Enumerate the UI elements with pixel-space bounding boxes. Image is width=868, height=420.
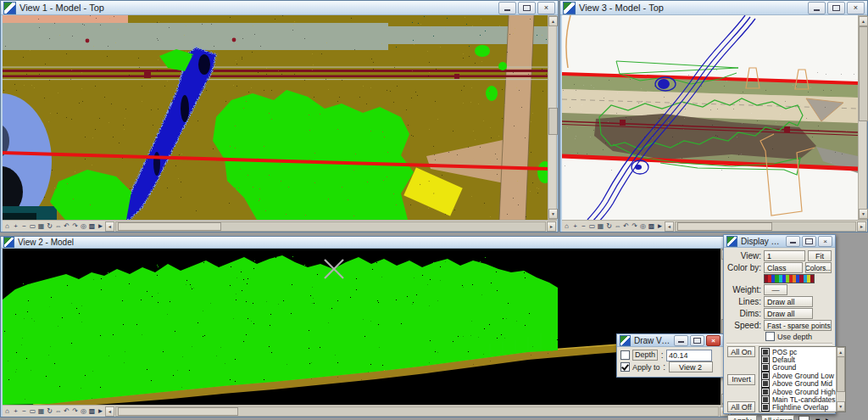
- apply-button[interactable]: Apply: [727, 415, 757, 420]
- zoom-out-icon[interactable]: −: [580, 221, 587, 231]
- scroll-down-icon[interactable]: ▼: [859, 209, 868, 219]
- scrollbar-thumb[interactable]: [118, 222, 221, 231]
- class-list-item[interactable]: Main TL-candidates: [760, 395, 836, 403]
- class-list-item[interactable]: Above Ground Mid: [760, 380, 836, 388]
- view-attributes-icon[interactable]: ⌂: [3, 406, 11, 416]
- view-select[interactable]: 1: [764, 250, 805, 261]
- rotate-view-icon[interactable]: ↻: [46, 406, 53, 416]
- view3-titlebar[interactable]: View 3 - Model - Top ×: [560, 1, 867, 15]
- view-more-icon[interactable]: ►: [97, 406, 104, 416]
- expand-down-icon[interactable]: ▼: [814, 417, 821, 420]
- view3-canvas[interactable]: [562, 15, 858, 220]
- view1-vertical-scrollbar[interactable]: ▲ ▼: [548, 15, 557, 220]
- view-previous-icon[interactable]: ↶: [622, 221, 630, 231]
- view1-canvas[interactable]: [3, 15, 548, 220]
- depth-checkbox[interactable]: [620, 350, 630, 360]
- zoom-in-icon[interactable]: +: [571, 221, 579, 231]
- dims-select[interactable]: Draw all: [764, 308, 813, 319]
- clip-volume-icon[interactable]: ▩: [88, 221, 96, 231]
- lines-select[interactable]: Draw all: [764, 296, 813, 307]
- pan-view-icon[interactable]: ⇔: [54, 221, 62, 231]
- window-area-icon[interactable]: ▭: [29, 406, 36, 416]
- zoom-in-icon[interactable]: +: [12, 221, 19, 231]
- scroll-right-icon[interactable]: ►: [857, 221, 866, 232]
- class-checkbox[interactable]: [761, 403, 770, 412]
- fit-view-icon[interactable]: ▦: [597, 221, 604, 231]
- close-icon[interactable]: ×: [818, 236, 832, 247]
- view3-vertical-scrollbar[interactable]: ▲ ▼: [858, 15, 867, 220]
- class-list-item[interactable]: Default: [760, 356, 836, 363]
- view2-canvas[interactable]: [3, 249, 721, 405]
- scroll-up-icon[interactable]: ▲: [548, 16, 558, 26]
- view-more-icon[interactable]: ►: [656, 221, 664, 231]
- view-more-icon[interactable]: ►: [97, 221, 104, 231]
- single-view-icon[interactable]: [798, 416, 810, 420]
- weight-select[interactable]: —: [764, 284, 787, 295]
- scroll-left-icon[interactable]: ◄: [105, 406, 114, 417]
- maximize-icon[interactable]: [827, 2, 845, 14]
- scroll-up-icon[interactable]: ▲: [859, 16, 868, 26]
- view-next-icon[interactable]: ↷: [71, 221, 79, 231]
- scrollbar-thumb[interactable]: [859, 26, 868, 121]
- window-area-icon[interactable]: ▭: [29, 221, 36, 231]
- draw-vertical-titlebar[interactable]: Draw Vertical ... ×: [617, 334, 723, 347]
- copy-view-icon[interactable]: ◎: [80, 406, 87, 416]
- invert-button[interactable]: Invert: [727, 374, 755, 385]
- maximize-icon[interactable]: [518, 2, 536, 14]
- depth-input[interactable]: 40.14: [666, 350, 712, 361]
- class-list-scrollbar[interactable]: ▲ ▼: [836, 347, 845, 412]
- class-list-item[interactable]: Ground: [760, 364, 836, 372]
- window-area-icon[interactable]: ▭: [588, 221, 596, 231]
- fit-view-icon[interactable]: ▦: [37, 406, 45, 416]
- class-list-item[interactable]: POS pc: [760, 348, 836, 356]
- rotate-view-icon[interactable]: ↻: [605, 221, 613, 231]
- minimize-icon[interactable]: [498, 2, 516, 14]
- scroll-left-icon[interactable]: ◄: [105, 221, 114, 232]
- use-depth-checkbox[interactable]: [765, 332, 775, 341]
- scroll-left-icon[interactable]: ◄: [665, 221, 674, 232]
- rotate-view-icon[interactable]: ↻: [46, 221, 53, 231]
- maximize-icon[interactable]: [802, 236, 816, 247]
- scroll-down-icon[interactable]: ▼: [548, 209, 558, 219]
- zoom-out-icon[interactable]: −: [20, 221, 28, 231]
- clip-volume-icon[interactable]: ▩: [648, 221, 655, 231]
- apply-to-checkbox[interactable]: [620, 362, 630, 372]
- close-icon[interactable]: ×: [537, 2, 555, 14]
- scrollbar-thumb[interactable]: [677, 222, 772, 231]
- minimize-icon[interactable]: [808, 2, 826, 14]
- expand-right-icon[interactable]: ▶: [826, 417, 832, 420]
- view-previous-icon[interactable]: ↶: [63, 221, 70, 231]
- zoom-in-icon[interactable]: +: [12, 406, 19, 416]
- zoom-out-icon[interactable]: −: [20, 406, 28, 416]
- maximize-icon[interactable]: [690, 335, 704, 346]
- pan-view-icon[interactable]: ⇔: [54, 406, 62, 416]
- fit-view-icon[interactable]: ▦: [37, 221, 45, 231]
- scroll-down-icon[interactable]: ▼: [837, 401, 845, 412]
- view1-horizontal-scrollbar[interactable]: [115, 221, 546, 232]
- view1-titlebar[interactable]: View 1 - Model - Top ×: [1, 1, 558, 15]
- apply-to-view-button[interactable]: View 2: [669, 361, 713, 372]
- scroll-right-icon[interactable]: ►: [547, 221, 556, 232]
- close-icon[interactable]: ×: [847, 2, 865, 14]
- speed-select[interactable]: Fast - sparse points: [764, 320, 832, 331]
- view3-horizontal-scrollbar[interactable]: [675, 221, 856, 232]
- colors-button[interactable]: Colors...: [805, 262, 832, 273]
- view2-horizontal-scrollbar[interactable]: [115, 406, 719, 417]
- scrollbar-thumb[interactable]: [118, 407, 238, 416]
- view-next-icon[interactable]: ↷: [71, 406, 79, 416]
- scrollbar-thumb[interactable]: [837, 356, 845, 392]
- view-attributes-icon[interactable]: ⌂: [563, 221, 570, 231]
- pan-view-icon[interactable]: ⇔: [614, 221, 621, 231]
- minimize-icon[interactable]: [674, 335, 688, 346]
- view-previous-icon[interactable]: ↶: [63, 406, 70, 416]
- all-off-button[interactable]: All Off: [727, 401, 755, 412]
- class-list-item[interactable]: Above Ground Low: [760, 372, 836, 379]
- all-views-button[interactable]: All views: [761, 415, 795, 420]
- depth-label[interactable]: Depth: [632, 350, 658, 361]
- class-listbox[interactable]: POS pc Default Ground Above Ground Low A…: [759, 346, 846, 412]
- view2-titlebar[interactable]: View 2 - Model: [1, 237, 731, 249]
- copy-view-icon[interactable]: ◎: [639, 221, 647, 231]
- view-attributes-icon[interactable]: ⌂: [3, 221, 11, 231]
- display-mode-titlebar[interactable]: Display mode ×: [724, 235, 835, 248]
- all-on-button[interactable]: All On: [727, 346, 755, 357]
